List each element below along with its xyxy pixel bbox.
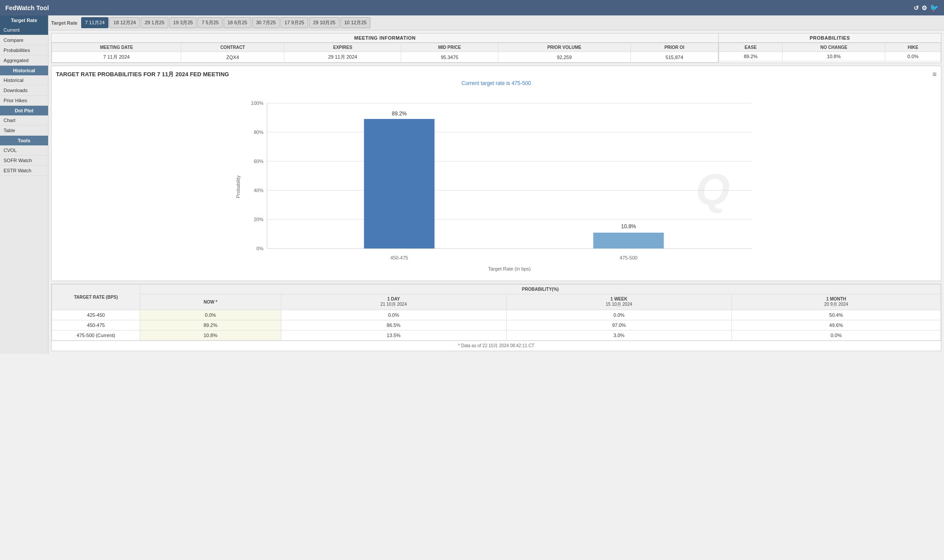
col-1-day: 1 DAY21 10月 2024 xyxy=(281,294,506,310)
svg-text:20%: 20% xyxy=(254,217,263,222)
1month-425-450: 50.4% xyxy=(731,310,940,320)
sidebar-item-historical[interactable]: Historical xyxy=(0,75,48,85)
svg-text:475-500: 475-500 xyxy=(619,255,637,260)
now-425-450: 0.0% xyxy=(140,310,281,320)
tab-19-3-25[interactable]: 19 3月25 xyxy=(169,17,197,28)
chart-svg: Probability 100% 80% 60% xyxy=(56,90,937,275)
meeting-info-section: MEETING INFORMATION MEETING DATE CONTRAC… xyxy=(52,33,719,63)
sidebar-historical-header[interactable]: Historical xyxy=(0,66,48,75)
1week-475-500: 3.0% xyxy=(506,330,731,341)
col-hike: HIKE xyxy=(885,43,941,52)
col-1-week: 1 WEEK15 10月 2024 xyxy=(506,294,731,310)
tab-30-7-25[interactable]: 30 7月25 xyxy=(252,17,280,28)
contract-value: ZQX4 xyxy=(181,52,284,63)
sidebar-item-downloads[interactable]: Downloads xyxy=(0,85,48,96)
1week-450-475: 97.0% xyxy=(506,320,731,330)
sidebar-item-current[interactable]: Current xyxy=(0,25,48,35)
rate-425-450: 425-450 xyxy=(52,310,140,320)
no-change-value: 10.8% xyxy=(782,52,885,61)
title-bar-icons: ↺ ⚙ 🐦 xyxy=(914,4,939,12)
tab-18-6-25[interactable]: 18 6月25 xyxy=(224,17,251,28)
svg-text:80%: 80% xyxy=(254,130,263,135)
1month-450-475: 49.6% xyxy=(731,320,940,330)
settings-icon[interactable]: ⚙ xyxy=(922,4,927,11)
twitter-icon[interactable]: 🐦 xyxy=(930,4,939,12)
prob-header: PROBABILITIES xyxy=(719,33,941,43)
col-prior-oi: PRIOR OI xyxy=(631,43,718,52)
col-expires: EXPIRES xyxy=(284,43,401,52)
chart-header-row: TARGET RATE PROBABILITIES FOR 7 11月 2024… xyxy=(56,70,937,80)
tab-29-1-25[interactable]: 29 1月25 xyxy=(141,17,168,28)
sidebar-item-prior-hikes[interactable]: Prior Hikes xyxy=(0,96,48,106)
col-meeting-date: MEETING DATE xyxy=(52,43,181,52)
content-area: Target Rate Current Compare Probabilitie… xyxy=(0,15,944,354)
meeting-info-row: 7 11月 2024 ZQX4 29 11月 2024 95.3475 92,2… xyxy=(52,52,718,63)
col-contract: CONTRACT xyxy=(181,43,284,52)
table-row-450-475: 450-475 89.2% 86.5% 97.0% 49.6% xyxy=(52,320,941,330)
col-1-month: 1 MONTH20 9月 2024 xyxy=(731,294,940,310)
svg-text:10.8%: 10.8% xyxy=(621,223,636,230)
svg-text:450-475: 450-475 xyxy=(390,255,408,260)
svg-text:40%: 40% xyxy=(254,188,263,193)
svg-text:Q: Q xyxy=(696,164,730,214)
sidebar-item-probabilities[interactable]: Probabilities xyxy=(0,45,48,56)
rate-475-500: 475-500 (Current) xyxy=(52,330,140,341)
meeting-info-table: MEETING DATE CONTRACT EXPIRES MID PRICE … xyxy=(52,43,718,63)
prob-row: 89.2% 10.8% 0.0% xyxy=(719,52,941,61)
chart-subtitle: Current target rate is 475-500 xyxy=(56,80,937,86)
tab-17-9-25[interactable]: 17 9月25 xyxy=(280,17,308,28)
tab-section-label: Target Rate xyxy=(51,20,78,26)
col-prior-volume: PRIOR VOLUME xyxy=(498,43,631,52)
table-row-475-500: 475-500 (Current) 10.8% 13.5% 3.0% 0.0% xyxy=(52,330,941,341)
refresh-icon[interactable]: ↺ xyxy=(914,4,919,11)
tab-7-11-24[interactable]: 7 11月24 xyxy=(81,17,109,28)
svg-text:0%: 0% xyxy=(257,246,264,251)
col-now: NOW * xyxy=(140,294,281,310)
probability-pct-header: PROBABILITY(%) xyxy=(140,285,941,294)
tab-18-12-24[interactable]: 18 12月24 xyxy=(109,17,140,28)
sidebar-item-chart[interactable]: Chart xyxy=(0,115,48,126)
bar-450-475 xyxy=(364,119,435,248)
bar-475-500 xyxy=(593,233,664,248)
chart-menu-icon[interactable]: ≡ xyxy=(933,70,937,78)
tab-29-10-25[interactable]: 29 10月25 xyxy=(309,17,340,28)
sidebar-item-sofr-watch[interactable]: SOFR Watch xyxy=(0,156,48,166)
prob-bottom-panel: TARGET RATE (BPS) PROBABILITY(%) NOW * 1… xyxy=(51,284,941,351)
sidebar-item-aggregated[interactable]: Aggregated xyxy=(0,56,48,66)
1day-475-500: 13.5% xyxy=(281,330,506,341)
info-panel-inner: MEETING INFORMATION MEETING DATE CONTRAC… xyxy=(52,33,941,63)
expires-value: 29 11月 2024 xyxy=(284,52,401,63)
sidebar-item-cvol[interactable]: CVOL xyxy=(0,145,48,156)
svg-text:100%: 100% xyxy=(251,100,263,106)
1month-475-500: 0.0% xyxy=(731,330,940,341)
tab-10-12-25[interactable]: 10 12月25 xyxy=(340,17,371,28)
meeting-info-header: MEETING INFORMATION xyxy=(52,33,718,43)
chart-container: Probability 100% 80% 60% xyxy=(56,90,937,276)
app-title: FedWatch Tool xyxy=(5,4,49,11)
sidebar-item-estr-watch[interactable]: ESTR Watch xyxy=(0,166,48,176)
tab-7-5-25[interactable]: 7 5月25 xyxy=(198,17,223,28)
1week-425-450: 0.0% xyxy=(506,310,731,320)
1day-450-475: 86.5% xyxy=(281,320,506,330)
main-content: MEETING INFORMATION MEETING DATE CONTRAC… xyxy=(49,30,944,354)
svg-text:60%: 60% xyxy=(254,159,263,164)
prob-bottom-table: TARGET RATE (BPS) PROBABILITY(%) NOW * 1… xyxy=(52,284,941,341)
svg-text:89.2%: 89.2% xyxy=(392,111,407,117)
now-475-500: 10.8% xyxy=(140,330,281,341)
sidebar-item-table[interactable]: Table xyxy=(0,126,48,136)
sidebar-tools-header[interactable]: Tools xyxy=(0,136,48,145)
sidebar-target-rate-header[interactable]: Target Rate xyxy=(0,15,48,25)
meeting-date-value: 7 11月 2024 xyxy=(52,52,181,63)
prior-volume-value: 92,259 xyxy=(498,52,631,63)
hike-value: 0.0% xyxy=(885,52,941,61)
now-450-475: 89.2% xyxy=(140,320,281,330)
svg-text:Probability: Probability xyxy=(235,175,241,198)
mid-price-value: 95.3475 xyxy=(401,52,498,63)
info-panel: MEETING INFORMATION MEETING DATE CONTRAC… xyxy=(51,33,941,63)
rate-450-475: 450-475 xyxy=(52,320,140,330)
prob-section: PROBABILITIES EASE NO CHANGE HIKE xyxy=(719,33,941,63)
chart-title: TARGET RATE PROBABILITIES FOR 7 11月 2024… xyxy=(56,70,229,78)
sidebar-item-compare[interactable]: Compare xyxy=(0,35,48,45)
sidebar-dot-plot-header[interactable]: Dot Plot xyxy=(0,106,48,115)
chart-panel: TARGET RATE PROBABILITIES FOR 7 11月 2024… xyxy=(51,66,941,281)
